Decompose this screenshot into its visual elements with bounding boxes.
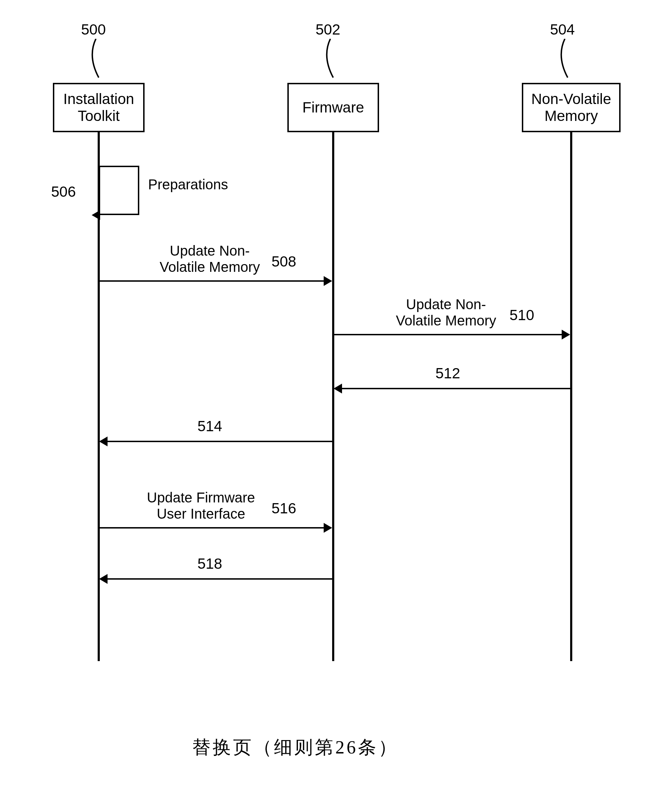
arrowhead-518 xyxy=(99,574,107,584)
ref-506: 506 xyxy=(51,183,76,200)
arrow-514 xyxy=(107,441,333,442)
activation-preparations xyxy=(99,166,139,215)
label-508: Update Non- Volatile Memory xyxy=(151,243,268,275)
arrow-508 xyxy=(100,280,324,282)
participant-label: Installation Toolkit xyxy=(63,91,134,125)
arrow-510 xyxy=(334,334,562,335)
ref-508: 508 xyxy=(271,253,296,270)
lifeline-firmware xyxy=(332,132,334,661)
ref-516: 516 xyxy=(271,500,296,517)
participant-nonvolatile-memory: Non-Volatile Memory xyxy=(522,83,621,132)
label-preparations: Preparations xyxy=(148,176,228,192)
arrowhead-514 xyxy=(99,437,107,446)
hook-504 xyxy=(553,39,582,85)
arrowhead-512 xyxy=(334,384,342,394)
ref-500: 500 xyxy=(81,21,106,38)
lifeline-nvmem xyxy=(570,132,572,661)
arrow-518 xyxy=(107,578,333,580)
participant-firmware: Firmware xyxy=(287,83,379,132)
sequence-diagram: 500 502 504 Installation Toolkit Firmwar… xyxy=(0,0,659,812)
hook-500 xyxy=(85,39,113,85)
arrowhead-510 xyxy=(562,330,570,339)
ref-502: 502 xyxy=(315,21,340,38)
hook-502 xyxy=(319,39,347,85)
footer-text: 替换页（细则第26条） xyxy=(192,735,399,760)
ref-518: 518 xyxy=(197,555,222,572)
ref-512: 512 xyxy=(435,365,460,382)
ref-514: 514 xyxy=(197,418,222,435)
ref-510: 510 xyxy=(509,307,534,324)
arrowhead-self-return xyxy=(91,210,100,220)
arrow-512 xyxy=(342,388,571,389)
participant-label: Non-Volatile Memory xyxy=(531,91,611,125)
label-510: Update Non- Volatile Memory xyxy=(388,296,504,329)
ref-504: 504 xyxy=(550,21,575,38)
participant-installation-toolkit: Installation Toolkit xyxy=(53,83,145,132)
arrow-516 xyxy=(100,527,324,528)
label-516: Update Firmware User Interface xyxy=(137,489,265,522)
arrowhead-508 xyxy=(324,276,332,286)
arrowhead-516 xyxy=(324,523,332,533)
participant-label: Firmware xyxy=(303,99,364,116)
